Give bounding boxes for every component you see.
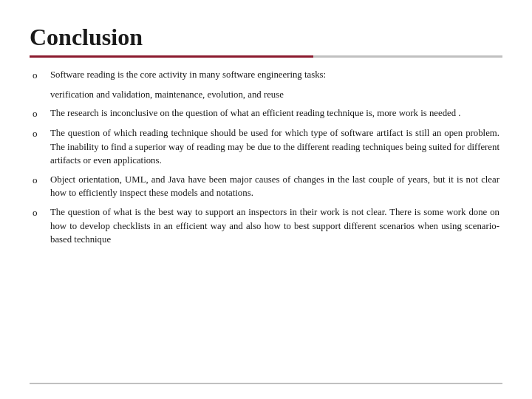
bottom-divider [30,383,502,384]
bullet-text-4: Object orientation, UML, and Java have b… [50,173,499,200]
bullet-text-5: The question of what is the best way to … [50,205,499,247]
title-underline [30,55,502,58]
bullet-text-1: Software reading is the core activity in… [50,68,499,82]
content-area: o Software reading is the core activity … [30,68,502,247]
bullet-item-5: o The question of what is the best way t… [33,205,499,247]
bullet-text-3: The question of which reading technique … [50,126,499,168]
sub-item-1: verification and validation, maintenance… [33,88,499,102]
bullet-icon-5: o [33,206,46,220]
bullet-text-2: The research is inconclusive on the ques… [50,106,499,120]
bullet-icon-3: o [33,127,46,141]
bullet-item-4: o Object orientation, UML, and Java have… [33,173,499,200]
bullet-item-2: o The research is inconclusive on the qu… [33,106,499,121]
slide-title: Conclusion [30,24,502,51]
bullet-icon-2: o [33,107,46,121]
bullet-item-3: o The question of which reading techniqu… [33,126,499,168]
bullet-icon-4: o [33,174,46,188]
bullet-item-1: o Software reading is the core activity … [33,68,499,83]
bullet-icon-1: o [33,69,46,83]
slide: Conclusion o Software reading is the cor… [0,0,532,399]
